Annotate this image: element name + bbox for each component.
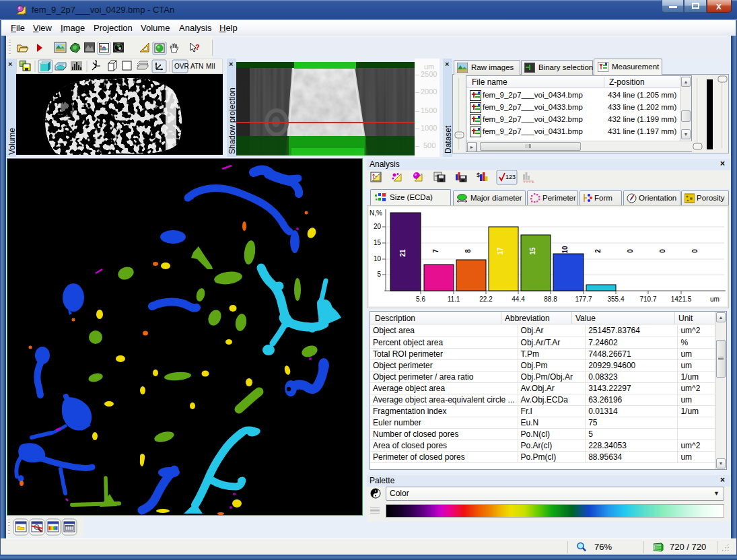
svg-text:123: 123 bbox=[505, 174, 516, 180]
svg-text:10: 10 bbox=[561, 246, 569, 254]
svg-text:5: 5 bbox=[377, 271, 381, 278]
svg-text:11.1: 11.1 bbox=[448, 295, 460, 303]
svg-text:ATN: ATN bbox=[190, 63, 203, 70]
svg-text:21: 21 bbox=[399, 249, 407, 257]
svg-text:OVR: OVR bbox=[174, 63, 189, 70]
svg-text:$: $ bbox=[477, 172, 480, 178]
svg-text:10: 10 bbox=[374, 255, 382, 262]
svg-text:22.2: 22.2 bbox=[479, 295, 493, 303]
svg-text:7: 7 bbox=[432, 249, 440, 253]
svg-text:17: 17 bbox=[497, 247, 504, 255]
svg-text:44.4: 44.4 bbox=[512, 295, 525, 303]
svg-text:88.8: 88.8 bbox=[544, 295, 557, 303]
svg-text:20: 20 bbox=[374, 223, 382, 230]
svg-text:1421.5: 1421.5 bbox=[671, 295, 692, 303]
svg-text:177.7: 177.7 bbox=[575, 295, 592, 303]
svg-text:0: 0 bbox=[627, 249, 634, 253]
svg-text:N,%: N,% bbox=[370, 209, 382, 217]
svg-text:?: ? bbox=[195, 43, 200, 51]
svg-text:15: 15 bbox=[374, 239, 382, 246]
svg-text:0: 0 bbox=[659, 249, 666, 253]
svg-text:355.4: 355.4 bbox=[607, 295, 624, 303]
svg-text:8: 8 bbox=[464, 249, 472, 253]
svg-text:5.6: 5.6 bbox=[416, 295, 425, 303]
svg-text:um: um bbox=[710, 295, 720, 303]
svg-text:15: 15 bbox=[529, 247, 536, 255]
svg-text:710.7: 710.7 bbox=[639, 295, 656, 303]
svg-text:MII: MII bbox=[206, 63, 215, 70]
svg-text:0: 0 bbox=[691, 249, 699, 253]
svg-text:2: 2 bbox=[594, 249, 602, 253]
